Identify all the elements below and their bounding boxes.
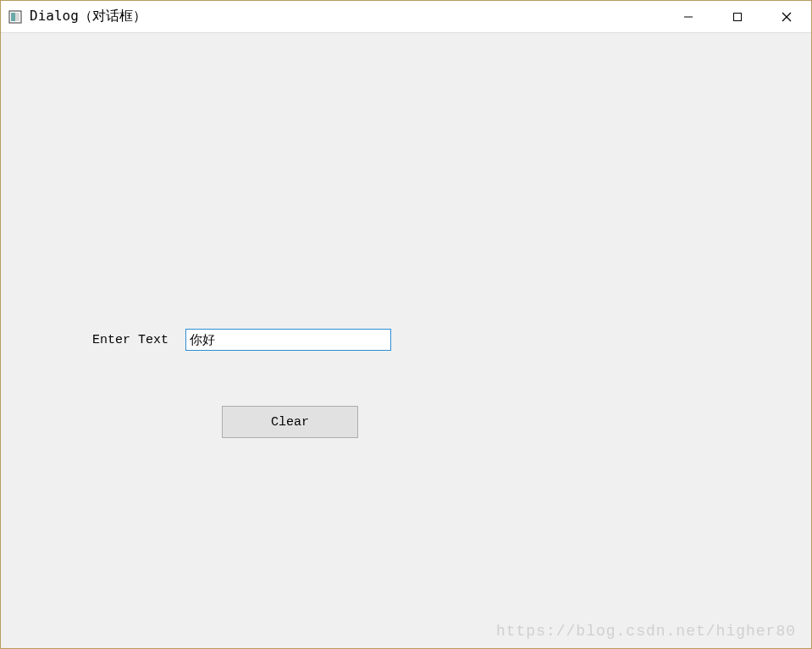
titlebar: Dialog（对话框） — [1, 1, 811, 33]
svg-rect-2 — [15, 13, 19, 21]
text-input-wrap — [185, 329, 391, 351]
window-title: Dialog（对话框） — [30, 8, 664, 25]
minimize-button[interactable] — [664, 1, 713, 32]
app-icon — [8, 9, 23, 25]
close-button[interactable] — [762, 1, 811, 32]
window-controls — [664, 1, 811, 32]
dialog-window: Dialog（对话框） Enter Text — [0, 0, 812, 649]
svg-rect-4 — [734, 13, 742, 20]
clear-button[interactable]: Clear — [222, 406, 358, 438]
watermark: https://blog.csdn.net/higher80 — [496, 623, 796, 640]
svg-rect-1 — [11, 13, 15, 21]
maximize-button[interactable] — [713, 1, 762, 32]
clear-button-label: Clear — [271, 415, 309, 430]
enter-text-label: Enter Text — [92, 333, 168, 347]
text-input[interactable] — [185, 329, 391, 351]
client-area: Enter Text Clear https://blog.csdn.net/h… — [1, 33, 811, 648]
